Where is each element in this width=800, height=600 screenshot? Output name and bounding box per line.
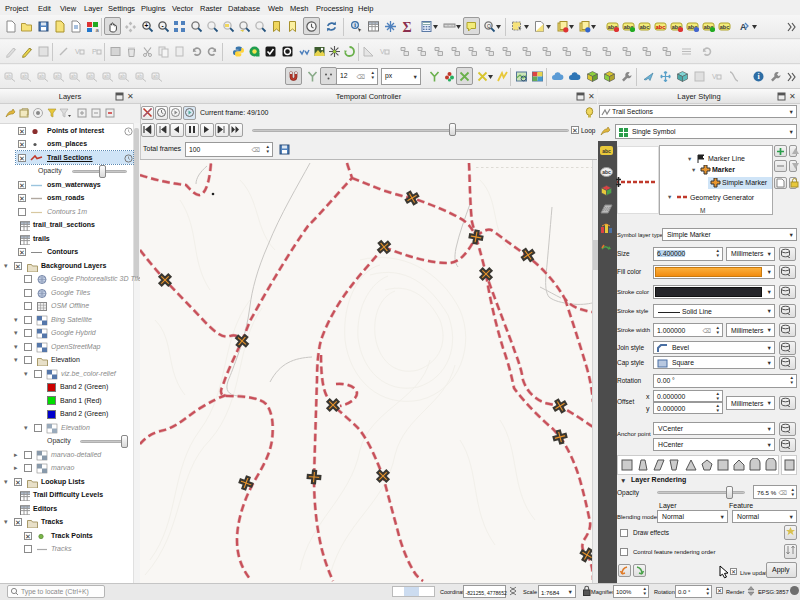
svg-text:abc: abc [640, 24, 649, 30]
svg-text:ab: ab [39, 74, 45, 79]
svg-text:+: + [145, 22, 149, 29]
svg-text:abc: abc [656, 24, 665, 30]
svg-text:ab: ab [120, 74, 126, 79]
svg-text:ab: ab [6, 74, 12, 79]
svg-text:ab: ab [153, 74, 159, 79]
svg-text:ab: ab [55, 74, 61, 79]
svg-text:ab: ab [88, 74, 94, 79]
svg-text:Σ: Σ [402, 20, 411, 35]
svg-text:ab: ab [71, 74, 77, 79]
svg-text:V: V [380, 48, 385, 55]
svg-text:-: - [161, 22, 163, 29]
svg-text:ab: ab [104, 74, 110, 79]
svg-text:V: V [75, 48, 80, 55]
svg-text:ab: ab [137, 74, 143, 79]
svg-text:abc: abc [602, 169, 611, 175]
svg-text:ab: ab [22, 74, 28, 79]
svg-text:P: P [92, 48, 97, 55]
svg-text:Q: Q [487, 23, 491, 29]
svg-text:abc: abc [602, 148, 611, 154]
svg-text:a: a [96, 27, 100, 33]
svg-text:abc: abc [720, 24, 729, 30]
svg-text:V: V [712, 73, 717, 80]
